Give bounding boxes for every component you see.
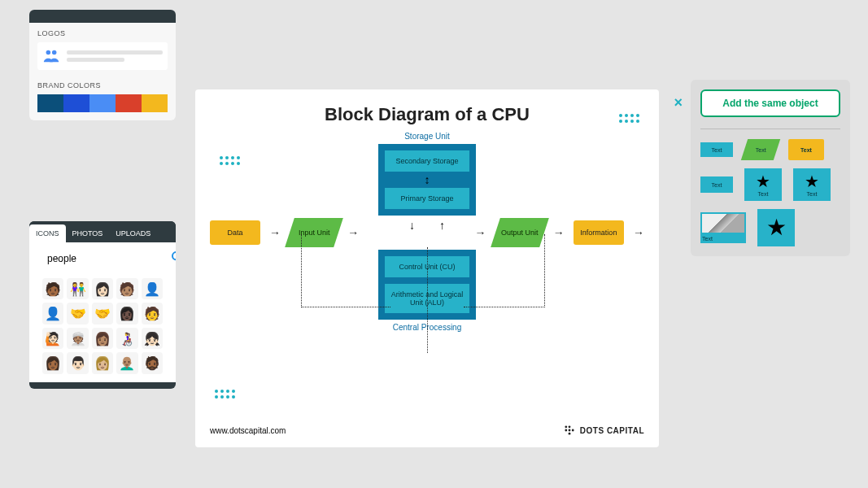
right-arrow-icon: → — [269, 226, 281, 239]
person-avatar-7[interactable]: 👳🏽 — [67, 328, 88, 349]
dots-decoration-icon — [215, 390, 235, 399]
person-avatar-2[interactable]: 👩🏻 — [92, 278, 113, 299]
canvas-footer: www.dotscapital.com DOTS CAPITAL — [210, 425, 644, 436]
svg-point-6 — [565, 429, 567, 432]
handshake-icon-1[interactable]: 🤝 — [67, 303, 88, 324]
icon-grid: 🧑🏾👫👩🏻🧑🏽👤👤🤝🤝👩🏿🧑🙋🏻👳🏽👩🏽👩‍🦽👧🏻👩🏾👨🏻👩🏼👨🏽‍🦲🧔🏾 — [39, 275, 166, 377]
people-logo-icon — [42, 47, 60, 65]
star-icon: ★ — [766, 216, 787, 239]
dots-decoration-icon — [619, 114, 639, 123]
obj-star-solo[interactable]: ★ — [757, 209, 795, 246]
svg-point-8 — [572, 429, 574, 432]
handshake-icon-2[interactable]: 🤝 — [92, 303, 113, 324]
secondary-storage-block[interactable]: Secondary Storage — [385, 150, 469, 172]
updown-arrow-icon: ↕ — [385, 173, 469, 186]
svg-point-4 — [565, 425, 567, 428]
information-node[interactable]: Information — [574, 220, 624, 245]
search-input[interactable] — [46, 251, 171, 266]
add-same-object-button[interactable]: Add the same object — [700, 89, 840, 117]
person-avatar-3[interactable]: 🧑🏽 — [116, 278, 137, 299]
tab-photos[interactable]: PHOTOS — [66, 224, 110, 242]
svg-point-7 — [568, 429, 570, 432]
brand-panel-titlebar — [29, 10, 176, 23]
dotted-connector — [301, 234, 390, 307]
svg-point-1 — [52, 50, 56, 54]
panel-divider — [700, 129, 840, 129]
svg-point-9 — [568, 433, 570, 435]
wheelchair-icon[interactable]: 👩‍🦽 — [116, 328, 137, 349]
icon-tabs: ICONS PHOTOS UPLOADS — [29, 221, 176, 242]
tab-icons[interactable]: ICONS — [29, 224, 66, 242]
person-avatar-14[interactable]: 🧔🏾 — [142, 352, 163, 373]
footer-url: www.dotscapital.com — [210, 426, 286, 435]
obj-cyan-small[interactable]: Text — [700, 176, 733, 193]
person-avatar-10[interactable]: 👩🏾 — [42, 352, 63, 373]
brand-color-swatches — [37, 94, 168, 112]
right-arrow-icon: → — [633, 226, 644, 239]
primary-storage-block[interactable]: Primary Storage — [385, 188, 469, 209]
diagram-title: Block Diagram of a CPU — [210, 104, 644, 125]
person-avatar-9[interactable]: 👧🏻 — [142, 328, 163, 349]
swatch-1[interactable] — [37, 94, 63, 112]
svg-point-5 — [568, 425, 570, 428]
close-icon[interactable]: × — [674, 94, 683, 111]
swatch-5[interactable] — [142, 94, 168, 112]
brand-colors-label: BRAND COLORS — [29, 75, 176, 91]
swatch-4[interactable] — [116, 94, 142, 112]
star-icon: ★ — [805, 173, 819, 190]
person-avatar-11[interactable]: 👨🏻 — [67, 352, 88, 373]
footer-brand: DOTS CAPITAL — [564, 425, 644, 436]
logo-preview[interactable] — [37, 42, 168, 70]
obj-green-parallelogram[interactable]: Text — [741, 139, 780, 160]
app-frame: LOGOS BRAND COLORS ICONS PHOTOS UPLOADS — [0, 0, 868, 488]
person-avatar-8[interactable]: 👩🏽 — [92, 328, 113, 349]
svg-point-2 — [172, 252, 176, 259]
silhouette-icon-2[interactable]: 👤 — [42, 303, 63, 324]
silhouette-icon-1[interactable]: 👤 — [142, 278, 163, 299]
storage-unit-label: Storage Unit — [404, 132, 450, 141]
photo-placeholder-icon — [702, 214, 744, 233]
storage-group[interactable]: Secondary Storage ↕ Primary Storage — [378, 144, 476, 216]
right-arrow-icon: → — [553, 226, 565, 239]
person-avatar-1[interactable]: 🧑🏾 — [42, 278, 63, 299]
person-avatar-6[interactable]: 🙋🏻 — [42, 328, 63, 349]
couple-icon[interactable]: 👫 — [67, 278, 88, 299]
person-avatar-12[interactable]: 👩🏼 — [92, 352, 113, 373]
swatch-3[interactable] — [89, 94, 116, 112]
star-icon: ★ — [756, 173, 770, 190]
brand-panel: LOGOS BRAND COLORS — [29, 10, 176, 120]
dotted-connector — [464, 234, 545, 307]
obj-photo-block[interactable]: Text — [700, 212, 746, 243]
object-grid: Text Text Text Text ★Text ★Text Text ★ — [700, 139, 840, 246]
dotted-connector — [427, 247, 428, 353]
logos-label: LOGOS — [29, 23, 176, 39]
logo-text-placeholder — [67, 50, 163, 62]
person-avatar-4[interactable]: 👩🏿 — [116, 303, 137, 324]
svg-point-0 — [46, 50, 51, 54]
data-node[interactable]: Data — [210, 220, 260, 245]
dots-capital-icon — [564, 425, 575, 436]
obj-star-block[interactable]: ★Text — [744, 168, 782, 201]
object-panel: Add the same object Text Text Text Text … — [691, 80, 850, 256]
person-avatar-5[interactable]: 🧑 — [142, 303, 163, 324]
tab-uploads[interactable]: UPLOADS — [109, 224, 157, 242]
search-icon[interactable] — [171, 251, 176, 267]
icons-panel: ICONS PHOTOS UPLOADS 🧑🏾👫👩🏻🧑🏽👤👤🤝🤝👩🏿🧑🙋🏻👳🏽👩… — [29, 221, 176, 389]
swatch-2[interactable] — [63, 94, 89, 112]
obj-star-block-2[interactable]: ★Text — [793, 168, 831, 201]
diagram-canvas[interactable]: Block Diagram of a CPU Storage Unit Seco… — [195, 89, 659, 447]
dots-decoration-icon — [220, 156, 240, 165]
obj-yellow-rect[interactable]: Text — [788, 139, 824, 160]
search-row — [39, 247, 166, 270]
obj-cyan-rect[interactable]: Text — [700, 142, 733, 157]
person-avatar-13[interactable]: 👨🏽‍🦲 — [116, 352, 137, 373]
